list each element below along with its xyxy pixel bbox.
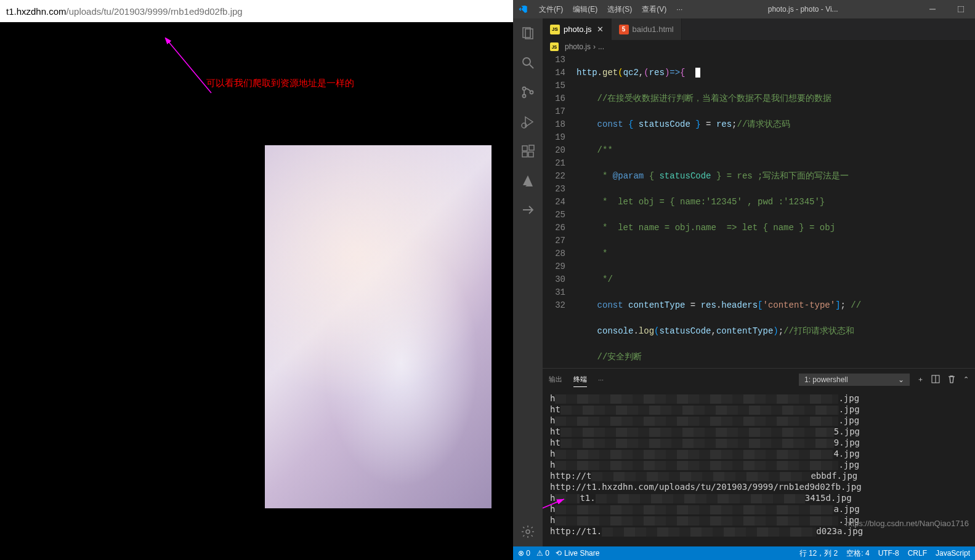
svg-point-7 bbox=[523, 87, 526, 90]
status-language[interactable]: JavaScript bbox=[936, 548, 970, 559]
chevron-down-icon: ⌄ bbox=[898, 375, 904, 384]
tab-baidu-html[interactable]: 5 baidu1.html bbox=[612, 18, 682, 40]
svg-point-10 bbox=[522, 123, 527, 128]
kill-terminal-icon[interactable] bbox=[947, 375, 956, 385]
menu-file[interactable]: 文件(F) bbox=[534, 4, 568, 15]
breadcrumb-more: ... bbox=[598, 42, 604, 51]
svg-line-6 bbox=[530, 65, 533, 68]
annotation-text: 可以看我们爬取到资源地址是一样的 bbox=[206, 78, 354, 89]
minimize-button[interactable] bbox=[918, 0, 947, 18]
terminal-selector-label: 1: powershell bbox=[804, 375, 848, 384]
url-host: t1.hxzdhn.com bbox=[6, 6, 67, 17]
svg-point-8 bbox=[523, 95, 526, 98]
breadcrumb[interactable]: JS photo.js › ... bbox=[543, 40, 975, 54]
split-terminal-icon[interactable] bbox=[931, 375, 940, 385]
search-icon[interactable] bbox=[513, 48, 543, 78]
status-liveshare[interactable]: ⟲ Live Share bbox=[556, 549, 599, 558]
svg-point-9 bbox=[530, 91, 533, 94]
line-numbers: 1314151617181920212223242526272829303132 bbox=[543, 54, 577, 368]
terminal-output[interactable]: h.jpg ht.jpg h.jpg ht5.jpg ht9.jpg h4.jp… bbox=[543, 390, 975, 546]
terminal-selector[interactable]: 1: powershell ⌄ bbox=[799, 374, 910, 386]
svg-line-0 bbox=[168, 41, 211, 93]
title-bar: 文件(F) 编辑(E) 选择(S) 查看(V) ··· photo.js - p… bbox=[513, 0, 975, 18]
menu-edit[interactable]: 编辑(E) bbox=[568, 4, 602, 15]
status-encoding[interactable]: UTF-8 bbox=[878, 548, 899, 559]
terminal-highlighted-url: http://t1.hxzdhn.com/uploads/tu/201903/9… bbox=[550, 482, 862, 492]
liveshare-activity-icon[interactable] bbox=[513, 196, 543, 225]
url-bar[interactable]: t1.hxzdhn.com/uploads/tu/201903/9999/rnb… bbox=[0, 0, 513, 22]
vscode-logo-icon bbox=[518, 4, 528, 14]
svg-line-18 bbox=[543, 499, 564, 511]
activity-bar bbox=[513, 18, 543, 546]
svg-rect-2 bbox=[958, 6, 964, 12]
window-title: photo.js - photo - Vi... bbox=[687, 5, 918, 14]
status-warnings[interactable]: ⚠ 0 bbox=[536, 549, 549, 558]
status-spaces[interactable]: 空格: 4 bbox=[846, 548, 869, 559]
panel-tab-terminal[interactable]: 终端 bbox=[573, 372, 587, 387]
breadcrumb-sep: › bbox=[593, 42, 596, 51]
browser-viewport: 可以看我们爬取到资源地址是一样的 bbox=[0, 22, 513, 560]
tab-label: baidu1.html bbox=[633, 25, 674, 34]
image-content bbox=[265, 145, 492, 508]
svg-rect-14 bbox=[529, 145, 534, 150]
browser-panel: t1.hxzdhn.com/uploads/tu/201903/9999/rnb… bbox=[0, 0, 513, 560]
extensions-icon[interactable] bbox=[513, 137, 543, 166]
source-control-icon[interactable] bbox=[513, 78, 543, 107]
panel-tab-output[interactable]: 输出 bbox=[549, 372, 562, 386]
azure-icon[interactable] bbox=[513, 166, 543, 196]
maximize-button[interactable] bbox=[947, 0, 975, 18]
new-terminal-icon[interactable]: ＋ bbox=[917, 375, 924, 384]
status-bar: ⊗ 0 ⚠ 0 ⟲ Live Share 行 12，列 2 空格: 4 UTF-… bbox=[513, 546, 975, 560]
panel-tab-more[interactable]: ··· bbox=[598, 374, 604, 386]
html-file-icon: 5 bbox=[619, 25, 629, 34]
panel-tabs: 输出 终端 ··· 1: powershell ⌄ ＋ ⌃ bbox=[543, 369, 975, 390]
vscode-window: 文件(F) 编辑(E) 选择(S) 查看(V) ··· photo.js - p… bbox=[513, 0, 975, 560]
breadcrumb-file: photo.js bbox=[565, 42, 591, 51]
svg-rect-12 bbox=[522, 152, 527, 157]
status-eol[interactable]: CRLF bbox=[908, 548, 927, 559]
status-line-col[interactable]: 行 12，列 2 bbox=[799, 548, 838, 559]
svg-rect-13 bbox=[528, 152, 533, 157]
debug-icon[interactable] bbox=[513, 107, 543, 137]
code-content: http.get(qc2,(res)=>{ //在接受收数据进行判断，当着这个数… bbox=[577, 54, 975, 368]
status-errors[interactable]: ⊗ 0 bbox=[518, 549, 530, 558]
close-icon[interactable]: ✕ bbox=[597, 25, 604, 34]
js-file-icon: JS bbox=[550, 25, 560, 34]
svg-point-5 bbox=[523, 58, 530, 65]
menu-select[interactable]: 选择(S) bbox=[602, 4, 637, 15]
tab-label: photo.js bbox=[564, 25, 592, 34]
tab-photo-js[interactable]: JS photo.js ✕ bbox=[543, 18, 612, 40]
menu-more[interactable]: ··· bbox=[671, 5, 687, 14]
maximize-panel-icon[interactable]: ⌃ bbox=[963, 375, 969, 383]
watermark: https://blog.csdn.net/NanQiao1716 bbox=[846, 518, 969, 529]
editor-tabs: JS photo.js ✕ 5 baidu1.html bbox=[543, 18, 975, 40]
terminal-arrow bbox=[543, 495, 570, 514]
settings-icon[interactable] bbox=[513, 517, 543, 546]
js-file-icon: JS bbox=[550, 42, 559, 51]
window-controls bbox=[918, 0, 975, 18]
svg-point-15 bbox=[526, 530, 530, 534]
code-editor[interactable]: 1314151617181920212223242526272829303132… bbox=[543, 54, 975, 368]
menu-view[interactable]: 查看(V) bbox=[637, 4, 671, 15]
annotation-arrow bbox=[163, 38, 219, 99]
editor-area: JS photo.js ✕ 5 baidu1.html JS photo.js … bbox=[543, 18, 975, 546]
panel: 输出 终端 ··· 1: powershell ⌄ ＋ ⌃ h.jpg bbox=[543, 368, 975, 546]
url-path: /uploads/tu/201903/9999/rnb1ed9d02fb.jpg bbox=[67, 6, 243, 17]
explorer-icon[interactable] bbox=[513, 18, 543, 48]
svg-rect-11 bbox=[522, 146, 527, 151]
